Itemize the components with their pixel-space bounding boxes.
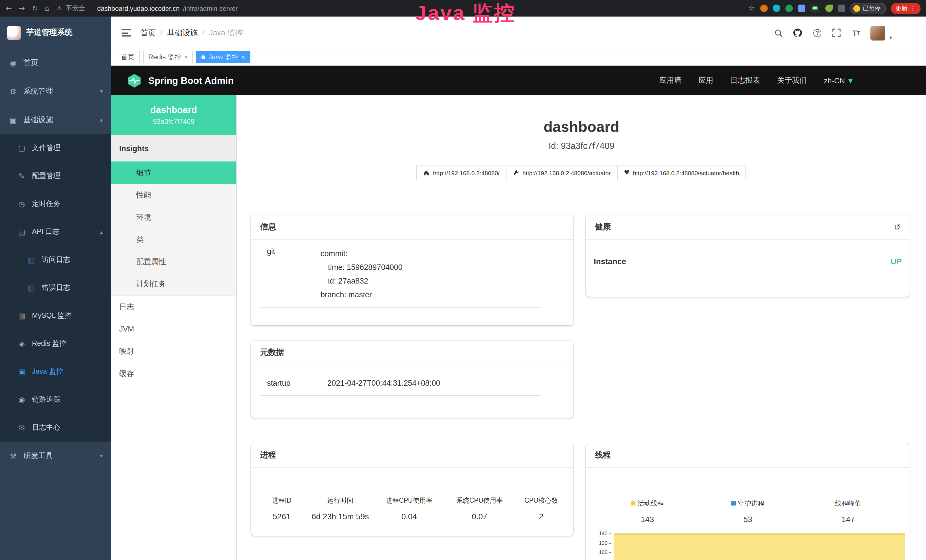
sba-item-caches[interactable]: 缓存 [111, 362, 236, 384]
sba-item-classes[interactable]: 类 [111, 228, 236, 250]
sba-brand[interactable]: Spring Boot Admin [148, 75, 234, 86]
sba-instance-header[interactable]: dashboard 93a3fc7f7409 [111, 95, 236, 135]
reload-icon[interactable]: ↻ [32, 4, 38, 12]
sba-nav-about[interactable]: 关于我们 [777, 75, 807, 86]
bookmark-star-icon[interactable]: ☆ [748, 4, 755, 12]
extension-puzzle-icon[interactable] [838, 5, 845, 12]
paused-badge[interactable]: 已暂停 [850, 3, 886, 14]
gear-icon: ⚙ [9, 87, 18, 95]
sidebar-item-mysql-monitor[interactable]: ▦ MySQL 监控 [0, 302, 111, 330]
dashboard-icon: ◉ [9, 59, 18, 67]
legend-swatch-yellow [631, 501, 635, 506]
service-url-link[interactable]: http://192.168.0.2:48080/ [416, 165, 507, 180]
sidebar-item-label: 研发工具 [23, 451, 53, 461]
heart-icon: ♥ [624, 169, 629, 176]
update-button[interactable]: 更新⋮ [891, 3, 921, 14]
sidebar-item-label: 基础设施 [23, 115, 53, 125]
history-icon[interactable]: ↺ [894, 222, 900, 232]
font-size-icon[interactable]: TT [851, 28, 861, 38]
sidebar-item-java-monitor[interactable]: ▣ Java 监控 [0, 358, 111, 386]
extension-on-badge[interactable]: on [810, 5, 820, 12]
sidebar-item-redis-monitor[interactable]: ◈ Redis 监控 [0, 330, 111, 358]
sidebar-item-scheduled-tasks[interactable]: ◷ 定时任务 [0, 190, 111, 218]
forward-icon[interactable]: → [19, 4, 25, 12]
back-icon[interactable]: ← [6, 4, 12, 12]
avatar[interactable] [871, 26, 885, 40]
table-row: Instance UP [594, 257, 902, 273]
legend-label: 线程峰值 [835, 499, 861, 508]
sba-nav-journal[interactable]: 日志报表 [730, 75, 760, 86]
tab-label: Redis 监控 [148, 52, 182, 62]
github-icon[interactable] [793, 28, 803, 38]
sidebar-item-api-logs[interactable]: ▤ API 日志 ▴ [0, 218, 111, 246]
sba-item-config-props[interactable]: 配置属性 [111, 250, 236, 273]
fullscreen-icon[interactable] [832, 28, 841, 38]
log-icon: ▤ [17, 228, 26, 236]
sba-item-details[interactable]: 细节 [111, 162, 236, 184]
warning-icon: ⚠ [56, 5, 62, 12]
sba-nav: 应用墙 应用 日志报表 关于我们 zh-CN ▼ [659, 75, 853, 86]
extension-leaf-icon[interactable] [825, 5, 832, 12]
tab-java-monitor[interactable]: Java 监控 × [197, 51, 250, 64]
sidebar-item-dev-tools[interactable]: ⚒ 研发工具 ▾ [0, 442, 111, 470]
extension-drop-icon[interactable] [773, 5, 780, 12]
sba-section-insights[interactable]: Insights [111, 135, 236, 162]
browser-nav: ← → ↻ ⌂ [6, 4, 50, 12]
browser-menu-icon[interactable]: ⋮ [910, 5, 916, 12]
java-monitor-icon: ▣ [17, 368, 26, 376]
legend-value: 143 [597, 515, 698, 524]
sba-nav-applications[interactable]: 应用 [698, 75, 713, 86]
sidebar-item-label: MySQL 监控 [32, 311, 71, 321]
sidebar-item-access-logs[interactable]: ▥ 访问日志 [0, 246, 111, 274]
sidebar-item-file-mgmt[interactable]: ▢ 文件管理 [0, 134, 111, 162]
sidebar-item-label: 文件管理 [32, 143, 61, 153]
legend-text: 线程峰值 [835, 499, 861, 508]
chevron-down-icon: ▾ [100, 88, 103, 94]
sba-item-environment[interactable]: 环境 [111, 206, 236, 228]
actuator-url-link[interactable]: http://192.168.0.2:48080/actuator [506, 165, 617, 180]
tab-home[interactable]: 首页 [116, 51, 140, 64]
info-card-header: 信息 [251, 215, 573, 240]
sba-item-jvm[interactable]: JVM [111, 318, 236, 340]
tab-label: 首页 [121, 52, 135, 62]
git-branch-line: branch: master [321, 288, 541, 302]
browser-home-icon[interactable]: ⌂ [45, 4, 50, 12]
sidebar-item-log-center[interactable]: ✉ 日志中心 [0, 414, 111, 442]
close-icon[interactable]: × [241, 54, 245, 61]
sidebar-item-infrastructure[interactable]: ▣ 基础设施 ▴ [0, 106, 111, 134]
tab-redis-monitor[interactable]: Redis 监控 × [143, 51, 193, 64]
address-divider [91, 5, 92, 12]
sba-item-mappings[interactable]: 映射 [111, 340, 236, 362]
breadcrumb-infrastructure[interactable]: 基础设施 [167, 28, 198, 38]
sba-item-scheduled-tasks[interactable]: 计划任务 [111, 273, 236, 295]
sba-sidebar: dashboard 93a3fc7f7409 Insights 细节 性能 环境… [111, 95, 237, 560]
sba-nav-wallboard[interactable]: 应用墙 [659, 75, 681, 86]
locale-selector[interactable]: zh-CN ▼ [824, 76, 853, 85]
sidebar-item-label: 日志中心 [32, 423, 61, 433]
extension-fox-icon[interactable] [760, 5, 767, 12]
mysql-icon: ▦ [17, 312, 26, 320]
sidebar-item-system-mgmt[interactable]: ⚙ 系统管理 ▾ [0, 77, 111, 106]
sidebar-item-home[interactable]: ◉ 首页 [0, 48, 111, 77]
status-badge: UP [891, 257, 902, 266]
sba-item-metrics[interactable]: 性能 [111, 184, 236, 206]
address-bar[interactable]: ⚠ 不安全 dashboard.yudao.iocoder.cn/infra/a… [56, 4, 238, 12]
extension-grid-icon[interactable] [798, 5, 805, 12]
health-url-link[interactable]: ♥ http://192.168.0.2:48080/actuator/heal… [617, 165, 746, 180]
sidebar-item-link-tracing[interactable]: ◉ 链路追踪 [0, 386, 111, 414]
tick-label: 120 [594, 540, 607, 546]
breadcrumb-home[interactable]: 首页 [140, 28, 156, 38]
close-icon[interactable]: × [184, 54, 188, 61]
help-icon[interactable]: ? [813, 28, 822, 38]
git-time-line: time: 1596289704000 [328, 261, 541, 274]
chevron-up-icon: ▴ [100, 117, 103, 123]
sba-item-logs[interactable]: 日志 [111, 295, 236, 318]
search-icon[interactable] [774, 28, 784, 38]
sidebar-item-config-mgmt[interactable]: ✎ 配置管理 [0, 162, 111, 190]
sidebar-item-error-logs[interactable]: ▥ 错误日志 [0, 274, 111, 302]
sidebar-item-label: 链路追踪 [32, 395, 61, 404]
security-label: 不安全 [66, 4, 85, 12]
hamburger-icon[interactable] [121, 29, 131, 36]
app-title: 芋道管理系统 [26, 27, 73, 38]
extension-check-icon[interactable] [785, 5, 793, 12]
